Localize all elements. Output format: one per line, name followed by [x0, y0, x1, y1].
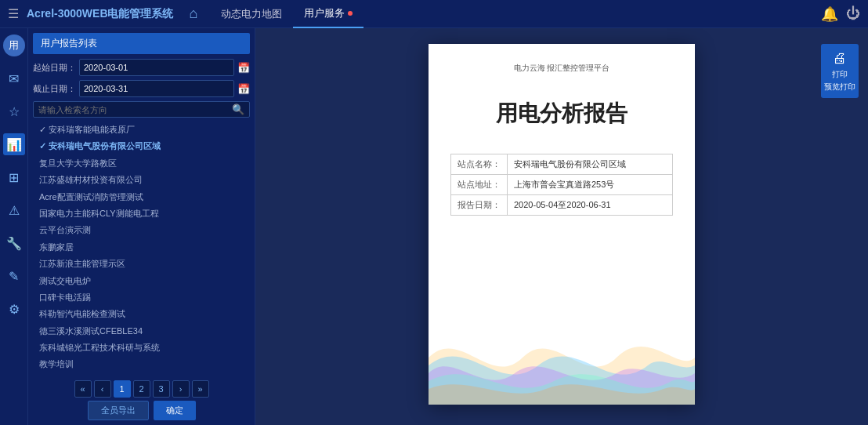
- left-panel: 用户报告列表 起始日期： 📅 截止日期： 📅 🔍 ✓ 安科瑞客能电能表原厂✓ 安…: [28, 28, 255, 425]
- tree-item[interactable]: ✓ 安科瑞电气股份有限公司区域: [33, 138, 250, 154]
- sidebar-icon-message[interactable]: ✉: [3, 67, 25, 89]
- sidebar-icon-edit[interactable]: ✎: [3, 265, 25, 287]
- tree-item[interactable]: 江苏新浪主能管理示区: [33, 256, 250, 272]
- page-first-btn[interactable]: «: [74, 380, 92, 398]
- topbar-right: 🔔 ⏻: [821, 5, 860, 23]
- tree-item[interactable]: 口碑卡电活踢: [33, 289, 250, 306]
- tree-item[interactable]: 科勒智汽电能检查测试: [33, 306, 250, 322]
- start-date-row: 起始日期： 📅: [33, 59, 250, 76]
- right-float-panel: 🖨 打印 预览打印: [821, 44, 859, 98]
- pagination: « ‹ 1 2 3 › »: [33, 380, 250, 398]
- report-info-value: 安科瑞电气股份有限公司区域: [508, 154, 673, 175]
- nav-item-map[interactable]: 动态电力地图: [210, 0, 293, 28]
- report-info-label: 站点地址：: [451, 175, 508, 195]
- end-date-row: 截止日期： 📅: [33, 80, 250, 97]
- sidebar-icon-chart[interactable]: 📊: [3, 133, 25, 155]
- confirm-button[interactable]: 确定: [154, 401, 196, 420]
- panel-header: 用户报告列表: [33, 33, 250, 54]
- tree-item[interactable]: Acre配置测试消防管理测试: [33, 189, 250, 205]
- tree-item[interactable]: 德三溪水溪测试CFEBLE34: [33, 323, 250, 340]
- nav-dot: [348, 11, 353, 16]
- tree-item[interactable]: 复旦大学大学路教区: [33, 155, 250, 172]
- tree-item[interactable]: 国家电力主能科CLY测能电工程: [33, 205, 250, 222]
- sidebar-icon-settings[interactable]: ⚙: [3, 298, 25, 320]
- tree-list: ✓ 安科瑞客能电能表原厂✓ 安科瑞电气股份有限公司区域 复旦大学大学路教区 江苏…: [33, 122, 250, 374]
- preview-label: 预览打印: [824, 82, 855, 92]
- sidebar-icon-alert[interactable]: ⚠: [3, 199, 25, 221]
- tree-item[interactable]: 云平台演示测: [33, 222, 250, 238]
- page-last-btn[interactable]: »: [192, 380, 209, 398]
- tree-item[interactable]: 教学培训: [33, 356, 250, 372]
- tree-item[interactable]: 苏州硬零科技木有限公司: [33, 373, 250, 374]
- search-icon[interactable]: 🔍: [232, 104, 244, 115]
- report-title: 用电分析报告: [450, 99, 673, 129]
- report-info-value: 2020-05-04至2020-06-31: [508, 195, 673, 216]
- search-input[interactable]: [38, 105, 232, 114]
- sidebar-icon-wrench[interactable]: 🔧: [3, 232, 25, 254]
- tree-item[interactable]: 东鹏家居: [33, 239, 250, 256]
- print-icon[interactable]: 🖨: [833, 50, 847, 67]
- home-icon[interactable]: ⌂: [190, 5, 198, 22]
- report-info-label: 站点名称：: [451, 154, 508, 175]
- end-date-label: 截止日期：: [33, 83, 76, 95]
- tree-item[interactable]: 测试交电电炉: [33, 273, 250, 289]
- sidebar-icons: 用 ✉ ☆ 📊 ⊞ ⚠ 🔧 ✎ ⚙: [0, 28, 28, 425]
- tree-item[interactable]: 江苏盛雄村材投资有限公司: [33, 172, 250, 188]
- start-date-input[interactable]: [79, 59, 234, 76]
- print-label: 打印: [832, 70, 848, 79]
- power-icon[interactable]: ⏻: [846, 5, 860, 22]
- bottom-buttons: 全员导出 确定: [33, 401, 250, 420]
- topbar-nav: 动态电力地图 用户服务: [210, 0, 821, 28]
- end-date-calendar-icon[interactable]: 📅: [237, 83, 250, 95]
- sidebar-icon-star[interactable]: ☆: [3, 100, 25, 122]
- tree-item[interactable]: ✓ 安科瑞客能电能表原厂: [33, 122, 250, 138]
- page-2-btn[interactable]: 2: [133, 380, 150, 398]
- page-1-btn[interactable]: 1: [114, 380, 131, 398]
- report-paper: 电力云海 报汇整控管理平台 用电分析报告 站点名称：安科瑞电气股份有限公司区域站…: [429, 44, 695, 405]
- bell-icon[interactable]: 🔔: [821, 5, 838, 23]
- page-next-btn[interactable]: ›: [172, 380, 190, 398]
- export-all-button[interactable]: 全员导出: [88, 401, 149, 420]
- start-date-label: 起始日期：: [33, 62, 76, 74]
- end-date-input[interactable]: [79, 80, 234, 97]
- search-row: 🔍: [33, 101, 250, 118]
- tree-item[interactable]: 东科城锦光工程技术科研与系统: [33, 340, 250, 356]
- report-info-table: 站点名称：安科瑞电气股份有限公司区域站点地址：上海市普会宝真道路253号报告日期…: [450, 154, 673, 216]
- sidebar-icon-grid[interactable]: ⊞: [3, 166, 25, 188]
- main-layout: 用 ✉ ☆ 📊 ⊞ ⚠ 🔧 ✎ ⚙ 用户报告列表 起始日期： 📅 截止日期： 📅…: [0, 28, 868, 425]
- report-info-label: 报告日期：: [451, 195, 508, 216]
- report-footer-wave: [429, 311, 695, 405]
- start-date-calendar-icon[interactable]: 📅: [237, 62, 250, 74]
- app-title: Acrel-3000WEB电能管理系统: [27, 7, 174, 21]
- page-prev-btn[interactable]: ‹: [94, 380, 111, 398]
- topbar: ☰ Acrel-3000WEB电能管理系统 ⌂ 动态电力地图 用户服务 🔔 ⏻: [0, 0, 868, 28]
- report-info-value: 上海市普会宝真道路253号: [508, 175, 673, 195]
- avatar[interactable]: 用: [3, 35, 25, 56]
- page-3-btn[interactable]: 3: [153, 380, 170, 398]
- report-header-text: 电力云海 报汇整控管理平台: [450, 63, 673, 74]
- main-content: 电力云海 报汇整控管理平台 用电分析报告 站点名称：安科瑞电气股份有限公司区域站…: [255, 28, 868, 425]
- menu-icon[interactable]: ☰: [8, 6, 19, 21]
- nav-item-user-service[interactable]: 用户服务: [293, 0, 363, 28]
